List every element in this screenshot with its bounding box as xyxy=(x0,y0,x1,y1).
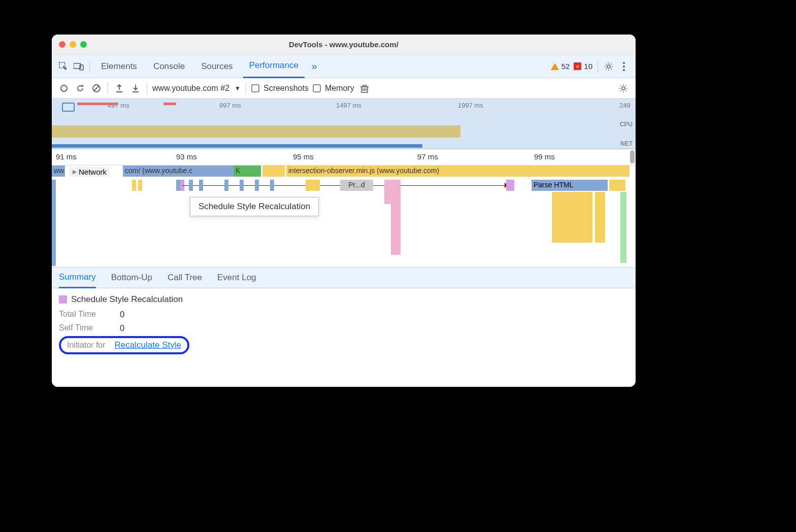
flame-bar-parse-html[interactable]: Parse HTML xyxy=(532,180,608,191)
gc-icon[interactable] xyxy=(358,82,371,94)
tab-sources[interactable]: Sources xyxy=(195,55,239,78)
more-tabs-icon[interactable]: » xyxy=(309,61,320,72)
flame-bar[interactable] xyxy=(620,192,626,263)
overview-timeline[interactable]: 497 ms 997 ms 1497 ms 1997 ms 249 CPU NE… xyxy=(52,98,636,149)
flame-bar[interactable] xyxy=(199,180,203,191)
initiator-highlight: Initiator for Recalculate Style xyxy=(59,336,189,354)
detail-tabs: Summary Bottom-Up Call Tree Event Log xyxy=(52,267,636,288)
target-dropdown[interactable]: www.youtube.com #2 ▼ xyxy=(152,84,241,93)
close-window[interactable] xyxy=(59,41,65,48)
flame-bar[interactable] xyxy=(240,180,244,191)
expand-icon: ▶ xyxy=(73,169,77,175)
flame-bar[interactable] xyxy=(552,192,592,243)
network-track-header[interactable]: ▶ Network xyxy=(70,167,110,177)
warnings-badge[interactable]: 52 xyxy=(551,62,570,71)
maximize-window[interactable] xyxy=(80,41,87,48)
flame-bar[interactable] xyxy=(506,180,514,191)
memory-label: Memory xyxy=(325,84,354,93)
flame-bar[interactable]: intersection-observer.min.js (www.youtub… xyxy=(286,165,629,177)
tab-call-tree[interactable]: Call Tree xyxy=(168,267,202,288)
initiator-link[interactable]: Recalculate Style xyxy=(115,340,181,350)
tab-summary[interactable]: Summary xyxy=(59,267,96,288)
flame-bar[interactable]: Pr...d xyxy=(340,180,373,191)
svg-point-5 xyxy=(623,65,625,68)
tab-performance[interactable]: Performance xyxy=(243,55,305,78)
summary-row: Total Time 0 xyxy=(59,310,628,320)
scrollbar-thumb[interactable] xyxy=(630,150,635,163)
flame-bar[interactable] xyxy=(132,180,136,191)
ruler-tick: 95 ms xyxy=(293,152,314,161)
flame-bar[interactable] xyxy=(224,180,228,191)
warning-icon xyxy=(551,63,559,70)
overview-selection[interactable] xyxy=(62,103,75,112)
svg-point-6 xyxy=(623,69,625,71)
ruler-tick: 97 ms xyxy=(417,152,438,161)
summary-pane: Schedule Style Recalculation Total Time … xyxy=(52,288,636,387)
ruler-tick: 99 ms xyxy=(534,152,555,161)
perf-toolbar: www.youtube.com #2 ▼ Screenshots Memory xyxy=(52,78,636,98)
flame-bar[interactable] xyxy=(138,180,142,191)
settings-icon[interactable] xyxy=(603,61,614,72)
chevron-down-icon: ▼ xyxy=(235,85,241,92)
clear-button[interactable] xyxy=(90,82,103,94)
flame-tooltip: Schedule Style Recalculation xyxy=(190,197,319,216)
flame-bar[interactable]: ww xyxy=(52,165,65,177)
net-label: NET xyxy=(620,140,633,147)
titlebar: DevTools - www.youtube.com/ xyxy=(52,35,636,55)
flame-bar[interactable] xyxy=(595,192,605,243)
screenshots-checkbox[interactable] xyxy=(251,84,259,92)
svg-point-10 xyxy=(622,87,625,90)
tab-event-log[interactable]: Event Log xyxy=(217,267,256,288)
flame-bar[interactable] xyxy=(176,180,180,191)
main-tabs: Elements Console Sources Performance » 5… xyxy=(52,55,636,78)
reload-button[interactable] xyxy=(74,82,86,94)
cpu-label: CPU xyxy=(620,121,633,128)
kebab-menu-icon[interactable] xyxy=(618,61,629,72)
svg-point-4 xyxy=(623,62,625,64)
flame-bar[interactable] xyxy=(306,180,320,191)
errors-badge[interactable]: ×10 xyxy=(574,62,592,71)
time-ruler[interactable]: 91 ms 93 ms 95 ms 97 ms 99 ms xyxy=(52,149,636,165)
flame-bar[interactable] xyxy=(241,165,261,177)
error-icon: × xyxy=(574,62,581,70)
row-value: 0 xyxy=(120,310,124,320)
minimize-window[interactable] xyxy=(70,41,76,48)
row-value: 0 xyxy=(120,323,124,334)
flame-bar[interactable] xyxy=(270,180,274,191)
tab-console[interactable]: Console xyxy=(147,55,191,78)
memory-checkbox[interactable] xyxy=(313,84,321,92)
svg-point-3 xyxy=(607,65,610,68)
inspect-icon[interactable] xyxy=(58,61,69,72)
initiator-label: Initiator for xyxy=(67,341,106,350)
window-title: DevTools - www.youtube.com/ xyxy=(289,40,399,49)
flame-chart[interactable]: ww com/ (www.youtube.c K intersection-ob… xyxy=(52,165,636,267)
record-button[interactable] xyxy=(58,82,70,94)
tab-bottom-up[interactable]: Bottom-Up xyxy=(111,267,152,288)
screenshots-label: Screenshots xyxy=(263,84,309,93)
panel-settings-icon[interactable] xyxy=(617,82,629,94)
color-swatch xyxy=(59,295,67,304)
flame-bar[interactable]: com/ (www.youtube.c xyxy=(123,165,234,177)
traffic-lights xyxy=(59,41,87,48)
ruler-tick: 93 ms xyxy=(176,152,197,161)
summary-title: Schedule Style Recalculation xyxy=(59,294,628,305)
flame-bar[interactable] xyxy=(609,180,625,191)
ruler-tick: 91 ms xyxy=(56,152,77,161)
upload-icon[interactable] xyxy=(113,82,125,94)
device-toggle-icon[interactable] xyxy=(73,61,84,72)
devtools-window: DevTools - www.youtube.com/ Elements Con… xyxy=(52,35,636,387)
row-label: Total Time xyxy=(59,310,110,320)
summary-row: Self Time 0 xyxy=(59,323,628,334)
row-label: Self Time xyxy=(59,323,110,334)
download-icon[interactable] xyxy=(129,82,142,94)
flame-bar[interactable] xyxy=(189,180,193,191)
flame-bar[interactable] xyxy=(255,180,259,191)
tab-elements[interactable]: Elements xyxy=(95,55,143,78)
svg-rect-2 xyxy=(80,65,83,70)
flame-bar[interactable]: K xyxy=(234,165,241,177)
flame-bar[interactable] xyxy=(391,204,401,255)
svg-line-8 xyxy=(94,86,99,91)
flame-bar[interactable] xyxy=(262,165,285,177)
